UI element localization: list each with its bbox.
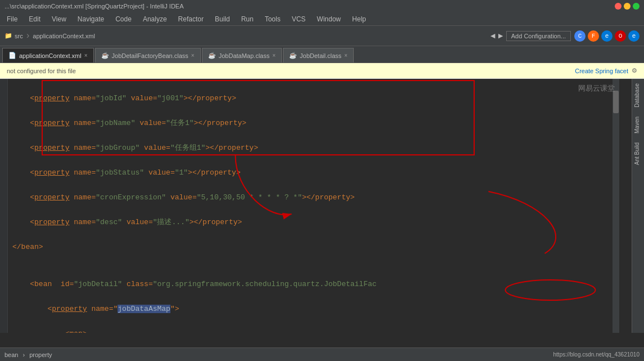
- status-sep: ›: [22, 351, 25, 358]
- menu-edit[interactable]: Edit: [26, 14, 43, 24]
- menu-build[interactable]: Build: [213, 14, 232, 24]
- create-spring-facet-link[interactable]: Create Spring facet: [575, 68, 628, 74]
- menu-vcs[interactable]: VCS: [290, 14, 308, 24]
- menu-view[interactable]: View: [49, 14, 69, 24]
- menu-tools[interactable]: Tools: [263, 14, 283, 24]
- status-link: https://blog.csdn.net/qq_43621010: [553, 351, 640, 358]
- code-line-6: <property name="desc" value="描述..."></pr…: [12, 216, 627, 229]
- tab-jobdetail-label: JobDetail.class: [300, 52, 341, 59]
- database-tab[interactable]: Database: [632, 79, 644, 112]
- toolbar: 📁 src › applicationContext.xml ◀ ▶ Add C…: [0, 26, 644, 46]
- scrollbar-thumb[interactable]: [613, 91, 619, 113]
- status-bar: bean › property https://blog.csdn.net/qq…: [0, 347, 644, 361]
- left-gutter: [0, 79, 8, 333]
- browser-icons-group: C F e O e: [574, 30, 640, 42]
- scrollbar-track[interactable]: [613, 79, 619, 333]
- menu-refactor[interactable]: Refactor: [176, 14, 206, 24]
- code-line-7: </bean>: [12, 241, 627, 253]
- ant-build-tab[interactable]: Ant Build: [632, 138, 644, 170]
- code-content: <property name="jobId" value="j001"></pr…: [8, 79, 632, 333]
- toolbar-right: ◀ ▶ Add Configuration... C F e O e: [490, 30, 640, 42]
- tab-applicationcontext[interactable]: 📄 applicationContext.xml ×: [2, 48, 94, 63]
- title-bar: ...\src\applicationContext.xml [SpringQu…: [0, 0, 644, 12]
- breadcrumb-sep1: ›: [25, 31, 31, 41]
- tab-close-jobdatamap[interactable]: ×: [272, 52, 276, 59]
- code-line-9: <bean id="jobDetail" class="org.springfr…: [12, 278, 627, 291]
- menu-file[interactable]: File: [4, 14, 20, 24]
- tab-close-applicationcontext[interactable]: ×: [84, 52, 88, 59]
- maximize-button[interactable]: [633, 3, 640, 10]
- status-right: https://blog.csdn.net/qq_43621010: [553, 351, 640, 358]
- code-line-11: <map>: [12, 328, 627, 333]
- notification-right: Create Spring facet ⚙: [575, 67, 637, 74]
- tab-jobdatamap-label: JobDataMap.class: [219, 52, 270, 59]
- menu-code[interactable]: Code: [113, 14, 134, 24]
- maven-tab[interactable]: Maven: [632, 112, 644, 138]
- add-config-label: Add Configuration...: [511, 33, 566, 39]
- folder-icon: 📁: [4, 32, 12, 39]
- menu-run[interactable]: Run: [239, 14, 256, 24]
- add-configuration-button[interactable]: Add Configuration...: [506, 31, 571, 41]
- code-line-10: <property name="jobDataAsMap">: [12, 303, 627, 315]
- breadcrumb-file: applicationContext.xml: [33, 33, 95, 39]
- right-side-tabs: Database Maven Ant Build: [632, 79, 644, 333]
- tab-jobdetailfactorybean-label: JobDetailFactoryBean.class: [112, 52, 188, 59]
- status-bean: bean: [4, 351, 18, 358]
- code-line-4: <property name="jobStatus" value="1"></p…: [12, 167, 627, 179]
- class-file-icon-1: ☕: [101, 52, 109, 59]
- tabs-bar: 📄 applicationContext.xml × ☕ JobDetailFa…: [0, 46, 644, 63]
- close-button[interactable]: [615, 3, 622, 10]
- menu-bar: File Edit View Navigate Code Analyze Ref…: [0, 12, 644, 26]
- chrome-icon[interactable]: C: [574, 30, 586, 42]
- tab-close-jobdetail[interactable]: ×: [344, 52, 348, 59]
- ie-icon[interactable]: e: [601, 30, 613, 42]
- notification-bar: not configured for this file Create Spri…: [0, 63, 644, 79]
- window-controls[interactable]: [615, 3, 640, 10]
- app-title: ...\src\applicationContext.xml [SpringQu…: [4, 3, 184, 10]
- minimize-button[interactable]: [624, 3, 631, 10]
- back-button[interactable]: ◀: [490, 32, 495, 39]
- breadcrumb-src: src: [15, 33, 23, 39]
- tab-applicationcontext-label: applicationContext.xml: [19, 52, 82, 59]
- status-property: property: [29, 351, 52, 358]
- forward-button[interactable]: ▶: [498, 32, 503, 39]
- opera-icon[interactable]: O: [615, 30, 626, 42]
- class-file-icon-3: ☕: [289, 52, 297, 59]
- status-breadcrumb: bean › property: [4, 351, 52, 358]
- class-file-icon-2: ☕: [208, 52, 216, 59]
- xml-file-icon: 📄: [8, 52, 16, 59]
- firefox-icon[interactable]: F: [588, 30, 599, 42]
- title-bar-left: ...\src\applicationContext.xml [SpringQu…: [4, 3, 184, 10]
- code-line-2: <property name="jobName" value="任务1"></p…: [12, 117, 627, 130]
- main-content: 网易云课堂 <property name="jobId" value="j001…: [0, 79, 644, 333]
- settings-icon[interactable]: ⚙: [632, 67, 637, 74]
- edge-icon[interactable]: e: [628, 30, 640, 42]
- toolbar-left: 📁 src › applicationContext.xml: [4, 31, 95, 41]
- tab-jobdatamap[interactable]: ☕ JobDataMap.class ×: [202, 48, 282, 63]
- code-line-1: <property name="jobId" value="j001"></pr…: [12, 92, 627, 105]
- code-editor[interactable]: 网易云课堂 <property name="jobId" value="j001…: [8, 79, 632, 333]
- code-line-3: <property name="jobGroup" value="任务组1"><…: [12, 142, 627, 154]
- menu-analyze[interactable]: Analyze: [141, 14, 169, 24]
- menu-window[interactable]: Window: [314, 14, 343, 24]
- watermark: 网易云课堂: [578, 83, 615, 93]
- tab-jobdetail[interactable]: ☕ JobDetail.class ×: [283, 48, 354, 63]
- tab-jobdetailfactorybean[interactable]: ☕ JobDetailFactoryBean.class ×: [95, 48, 201, 63]
- tab-close-jobdetailfactorybean[interactable]: ×: [191, 52, 195, 59]
- menu-navigate[interactable]: Navigate: [75, 14, 106, 24]
- menu-help[interactable]: Help: [350, 14, 368, 24]
- notification-text: not configured for this file: [7, 68, 76, 74]
- code-line-5: <property name="cronExpression" value="5…: [12, 191, 627, 204]
